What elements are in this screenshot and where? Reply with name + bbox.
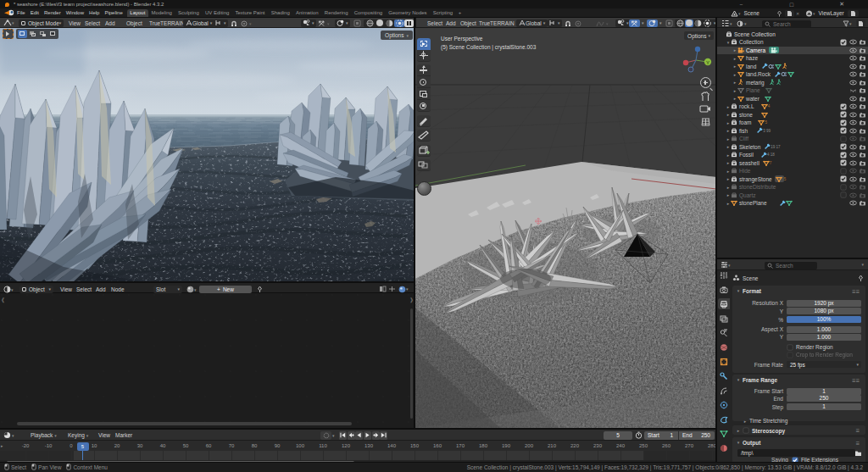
svg-text:Y: Y: [706, 60, 709, 65]
